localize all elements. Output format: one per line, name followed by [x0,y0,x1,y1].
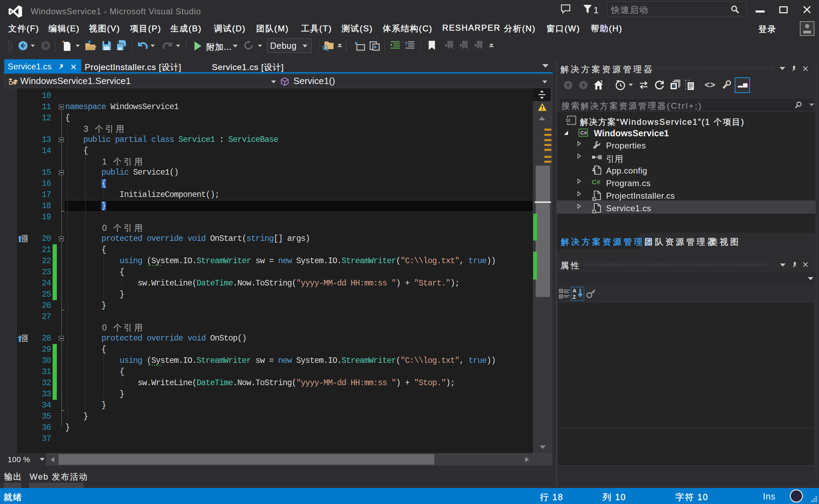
svg-text:?: ? [405,41,408,46]
